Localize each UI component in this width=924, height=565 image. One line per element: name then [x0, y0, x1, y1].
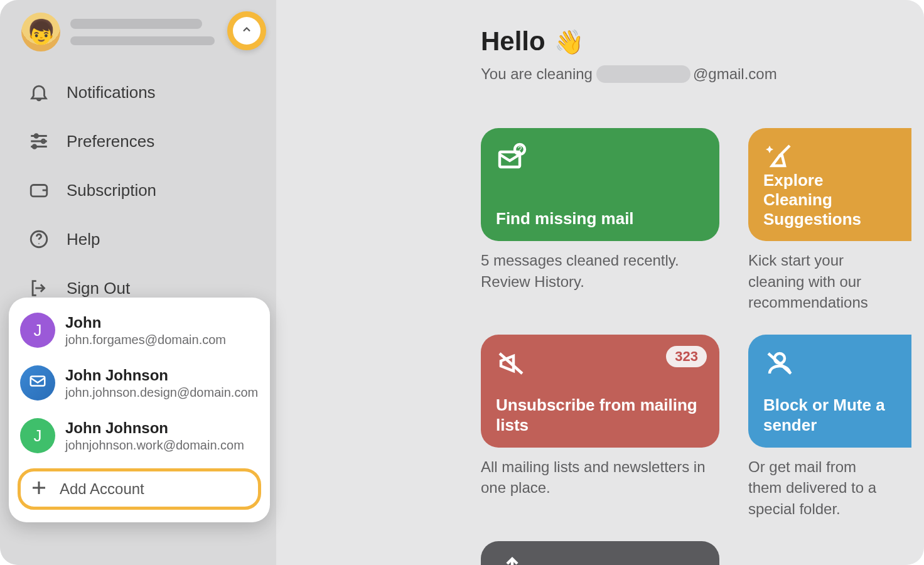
megaphone-off-icon	[496, 347, 529, 380]
add-account-label: Add Account	[60, 480, 144, 498]
sliders-icon	[26, 131, 51, 152]
sidebar-item-label: Subscription	[67, 181, 156, 200]
card-title: Block or Mute a sender	[763, 396, 896, 434]
card-desc: 5 messages cleaned recently. Review Hist…	[481, 250, 719, 292]
profile-email-placeholder	[70, 36, 215, 45]
share-arrows-icon	[496, 554, 529, 565]
help-icon	[26, 229, 51, 250]
wallet-icon	[26, 180, 51, 201]
main-content: Hello 👋 You are cleaning @gmail.com ? Fi…	[276, 0, 924, 565]
card-extra[interactable]	[481, 541, 719, 565]
profile-header[interactable]: 👦	[0, 0, 276, 56]
account-initial: J	[34, 426, 42, 446]
account-name: John Johnson	[65, 419, 244, 437]
card-find-missing-mail[interactable]: ? Find missing mail	[481, 128, 719, 241]
add-account-button[interactable]: Add Account	[18, 468, 261, 510]
profile-name-placeholder	[70, 19, 202, 29]
sidebar-item-label: Sign Out	[67, 279, 130, 298]
sidebar-item-label: Notifications	[67, 83, 156, 102]
signout-icon	[26, 277, 51, 299]
page-title: Hello	[481, 26, 545, 56]
collapse-button[interactable]	[227, 11, 266, 50]
user-off-icon	[763, 347, 796, 380]
chevron-up-icon	[240, 23, 253, 38]
account-item[interactable]: J John john.forgames@domain.com	[9, 304, 270, 357]
card-unsubscribe[interactable]: 323 Unsubscribe from mailing lists	[481, 335, 719, 448]
sidebar-item-preferences[interactable]: Preferences	[23, 117, 270, 166]
card-title: Unsubscribe from mailing lists	[496, 396, 704, 434]
card-title: Explore Cleaning Suggestions	[763, 171, 896, 230]
missing-mail-icon: ?	[496, 141, 529, 173]
card-desc: All mailing lists and newsletters in one…	[481, 456, 719, 498]
email-redacted	[596, 65, 690, 83]
sidebar-item-label: Help	[67, 230, 100, 249]
sparkle-broom-icon	[763, 141, 796, 171]
mail-icon	[28, 372, 47, 395]
sidebar-item-subscription[interactable]: Subscription	[23, 166, 270, 215]
subtitle-prefix: You are cleaning	[481, 65, 593, 83]
card-title: Find missing mail	[496, 209, 704, 229]
account-email: john.forgames@domain.com	[65, 333, 226, 347]
account-email: john.johnson.design@domain.com	[65, 385, 258, 400]
account-item[interactable]: J John Johnson johnjohnson.work@domain.c…	[9, 409, 270, 462]
svg-text:?: ?	[518, 145, 522, 154]
svg-rect-10	[31, 376, 45, 385]
plus-icon	[30, 478, 48, 500]
account-avatar	[20, 365, 55, 401]
account-name: John	[65, 314, 226, 331]
svg-point-8	[38, 243, 40, 244]
wave-emoji: 👋	[554, 28, 584, 56]
sidebar-item-label: Preferences	[67, 132, 154, 151]
bell-icon	[26, 82, 51, 103]
account-avatar: J	[20, 418, 55, 453]
account-name: John Johnson	[65, 367, 258, 384]
account-item[interactable]: John Johnson john.johnson.design@domain.…	[9, 357, 270, 409]
card-explore-suggestions[interactable]: Explore Cleaning Suggestions	[748, 128, 911, 241]
card-badge: 323	[666, 346, 707, 367]
avatar: 👦	[21, 13, 60, 51]
card-desc: Kick start your cleaning with our recomm…	[748, 250, 893, 313]
sidebar: 👦 Notifications	[0, 0, 276, 565]
account-initial: J	[34, 321, 42, 340]
sidebar-item-notifications[interactable]: Notifications	[23, 68, 270, 117]
account-avatar: J	[20, 313, 55, 348]
sidebar-item-help[interactable]: Help	[23, 215, 270, 264]
sidebar-menu: Notifications Preferences Subscription H…	[0, 56, 276, 313]
card-block-mute[interactable]: Block or Mute a sender	[748, 335, 911, 448]
accounts-popover: J John john.forgames@domain.com John Joh…	[9, 298, 270, 522]
page-subtitle: You are cleaning @gmail.com	[481, 65, 924, 83]
account-email: johnjohnson.work@domain.com	[65, 438, 244, 453]
subtitle-suffix: @gmail.com	[693, 65, 777, 83]
card-desc: Or get mail from them delivered to a spe…	[748, 456, 893, 520]
